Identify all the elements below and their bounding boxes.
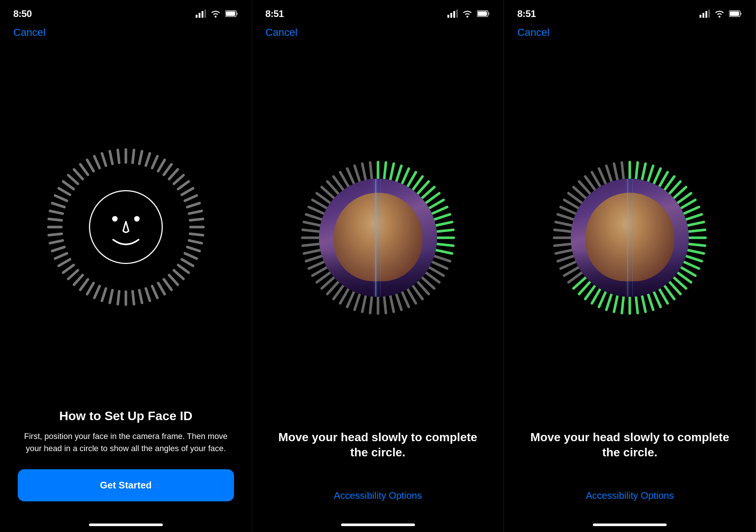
wifi-icon-1 (210, 10, 221, 18)
accessibility-options-button-3[interactable]: Accessibility Options (586, 490, 674, 501)
signal-icon-1 (196, 10, 206, 18)
face-id-circle-area-1 (0, 46, 252, 408)
battery-icon-3 (729, 10, 742, 17)
status-icons-1 (196, 10, 238, 18)
status-bar-2: 8:51 (252, 0, 504, 21)
bottom-content-3: Move your head slowly to complete the ci… (504, 430, 756, 524)
svg-rect-145 (730, 11, 739, 16)
home-indicator-3 (593, 524, 667, 526)
svg-rect-73 (456, 10, 458, 18)
cancel-button-3[interactable]: Cancel (517, 27, 549, 38)
svg-line-56 (52, 203, 64, 207)
face-photo-2 (319, 179, 437, 297)
svg-rect-71 (450, 13, 452, 18)
svg-line-122 (303, 244, 319, 246)
home-indicator-2 (341, 524, 415, 526)
instruction-text-3: Move your head slowly to complete the ci… (522, 430, 738, 460)
get-started-button[interactable]: Get Started (18, 469, 234, 501)
svg-line-18 (182, 188, 193, 195)
svg-line-66 (110, 151, 112, 164)
svg-line-43 (87, 283, 94, 294)
svg-line-49 (55, 253, 67, 258)
svg-rect-141 (708, 10, 710, 18)
camera-preview-3 (571, 179, 689, 297)
svg-line-136 (362, 164, 365, 180)
status-bar-1: 8:50 (0, 0, 252, 21)
svg-line-10 (139, 151, 142, 164)
signal-icon-3 (700, 10, 710, 18)
svg-line-189 (556, 250, 572, 253)
sub-text-1: First, position your face in the camera … (18, 430, 234, 454)
svg-line-51 (50, 240, 62, 243)
svg-rect-140 (705, 11, 707, 18)
svg-line-125 (304, 222, 320, 225)
svg-line-67 (118, 150, 119, 163)
wifi-icon-3 (714, 10, 725, 18)
instruction-text-2: Move your head slowly to complete the ci… (270, 430, 486, 460)
bottom-content-2: Move your head slowly to complete the ci… (252, 430, 504, 524)
svg-line-80 (390, 164, 394, 180)
svg-line-48 (59, 260, 70, 266)
svg-line-24 (190, 234, 203, 235)
svg-line-148 (642, 164, 645, 180)
svg-rect-70 (447, 15, 449, 18)
cancel-button-1[interactable]: Cancel (13, 27, 45, 38)
svg-line-91 (436, 222, 452, 225)
svg-line-106 (390, 295, 394, 312)
camera-preview-2 (319, 179, 437, 297)
bottom-content-1: How to Set Up Face ID First, position yo… (0, 408, 252, 524)
svg-line-41 (102, 289, 106, 301)
wifi-icon-2 (462, 10, 472, 18)
svg-line-124 (303, 230, 319, 231)
svg-rect-77 (478, 11, 487, 16)
phone-screen-3: 8:51 Cancel (504, 0, 756, 532)
main-title-1: How to Set Up Face ID (59, 408, 192, 423)
battery-icon-2 (477, 10, 490, 17)
svg-line-45 (74, 275, 82, 285)
svg-point-69 (134, 216, 140, 222)
svg-line-61 (74, 169, 82, 179)
svg-line-62 (80, 164, 88, 175)
status-time-1: 8:50 (13, 8, 32, 20)
tick-ring-1 (45, 146, 207, 308)
svg-line-9 (133, 150, 134, 163)
svg-line-190 (554, 244, 571, 246)
svg-line-163 (688, 250, 704, 253)
status-time-2: 8:51 (265, 8, 284, 20)
svg-rect-144 (740, 13, 742, 15)
svg-line-22 (190, 219, 203, 220)
svg-rect-1 (199, 13, 200, 18)
status-icons-3 (700, 10, 742, 18)
svg-point-142 (719, 16, 721, 18)
svg-point-4 (214, 16, 216, 18)
svg-line-64 (94, 156, 99, 168)
accessibility-options-button-2[interactable]: Accessibility Options (334, 490, 422, 501)
svg-line-28 (182, 260, 193, 266)
svg-line-55 (50, 211, 62, 213)
svg-line-30 (174, 270, 183, 279)
svg-line-175 (636, 296, 638, 313)
svg-line-44 (80, 279, 88, 290)
tick-ring-3 (549, 157, 711, 319)
svg-rect-138 (700, 15, 701, 18)
svg-line-11 (146, 153, 150, 165)
svg-line-37 (133, 291, 134, 304)
svg-line-40 (110, 290, 112, 303)
svg-line-65 (102, 153, 106, 165)
svg-line-13 (158, 160, 165, 171)
signal-icon-2 (447, 10, 458, 18)
status-icons-2 (447, 10, 490, 18)
svg-line-159 (688, 222, 704, 225)
svg-rect-2 (202, 11, 203, 18)
svg-line-52 (49, 234, 62, 235)
svg-line-57 (55, 196, 67, 201)
svg-line-63 (87, 160, 94, 171)
svg-line-178 (614, 295, 618, 312)
phone-screen-1: 8:50 Cancel (0, 0, 252, 532)
cancel-button-2[interactable]: Cancel (265, 27, 298, 38)
svg-line-19 (185, 196, 197, 201)
svg-line-27 (185, 253, 197, 258)
svg-rect-139 (702, 13, 704, 18)
svg-line-60 (68, 175, 78, 184)
svg-line-109 (370, 296, 372, 313)
